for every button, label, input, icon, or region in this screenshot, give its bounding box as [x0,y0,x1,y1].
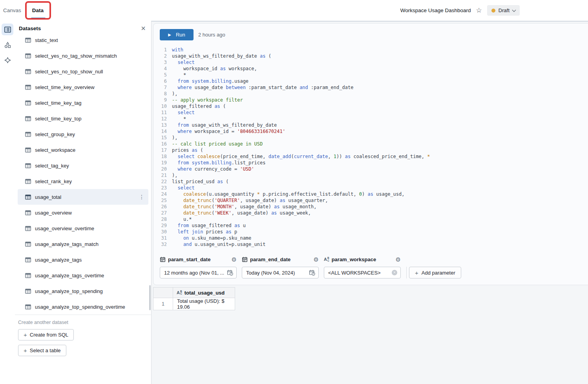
parameter-label-row: param_start_date⚙ [160,256,237,263]
close-panel-icon[interactable]: × [141,24,146,32]
table-icon [25,257,31,263]
code-line: 28 u.* [153,216,588,222]
parameter-value: 12 months ago (Nov 01, ... [164,270,225,276]
parameter-input-param_end_date[interactable]: Today (Nov 04, 2024) [242,267,319,278]
line-number: 12 [153,116,172,122]
dashboard-title[interactable]: Workspace Usage Dashboard [400,7,471,13]
dataset-item[interactable]: usage_analyze_top_spending [18,283,148,299]
dataset-item-label: usage_analyze_tags [35,257,82,263]
line-number: 32 [153,241,172,248]
select-a-table-button[interactable]: + Select a table [18,345,66,356]
table-icon [25,53,31,59]
sql-code-editor[interactable]: 1with2usage_with_ws_filtered_by_date as … [153,47,588,248]
calendar-clock-icon[interactable] [309,269,315,276]
add-parameter-button[interactable]: +Add parameter [409,267,461,278]
line-number: 5 [153,72,172,78]
row-number-cell: 1 [153,298,173,310]
dataset-item[interactable]: static_text [18,32,148,48]
dataset-item[interactable]: select_workspace [18,142,148,158]
dataset-item[interactable]: usage_analyze_tags_overtime [18,268,148,283]
dataset-item-label: select_time_key_overview [35,84,95,90]
dataset-item[interactable]: usage_analyze_tags [18,252,148,268]
active-tab-underline [31,18,46,19]
plus-icon: + [24,347,27,354]
kebab-menu-icon[interactable]: ⋮ [139,194,144,200]
gear-icon[interactable]: ⚙ [396,257,401,262]
dataset-item[interactable]: usage_overview_overtime [18,220,148,236]
dataset-item[interactable]: usage_overview [18,205,148,220]
gear-icon[interactable]: ⚙ [314,257,319,262]
editor-toolbar: ▶ Run 2 hours ago [153,24,588,40]
tab-canvas[interactable]: Canvas [3,0,21,21]
chevron-down-icon [512,8,516,12]
create-from-sql-button[interactable]: + Create from SQL [18,329,74,340]
dataset-item[interactable]: select_yes_no_top_show_null [18,64,148,79]
table-icon [25,68,31,75]
parameter-input-param_workspace[interactable]: <ALL WORKSPACES>× [324,267,401,278]
sql-editor-card: ▶ Run 2 hours ago 1with2usage_with_ws_fi… [153,23,588,285]
top-bar-right: Workspace Usage Dashboard ☆ Draft [400,5,520,16]
tab-data[interactable]: Data [32,0,44,21]
draft-status-dot-icon [491,9,495,13]
dataset-item-label: usage_analyze_top_spending [35,288,103,294]
table-icon [25,178,31,185]
code-line: 27 date_trunc('WEEK', usage_date) as usa… [153,210,588,216]
dashboard-editor-app: Canvas Data Workspace Usage Dashboard ☆ … [0,0,588,384]
panel-scrollbar[interactable] [149,285,151,310]
line-number: 27 [153,210,172,216]
dataset-item[interactable]: select_time_key_top [18,111,148,126]
dataset-item[interactable]: select_time_key_overview [18,79,148,95]
dataset-item-label: select_rank_key [35,178,72,184]
line-number: 29 [153,222,172,229]
line-number: 11 [153,109,172,116]
table-icon [25,37,31,44]
dataset-item-label: select_tag_key [35,163,69,169]
code-line: 14 where workspace_id = '804663316670241… [153,128,588,135]
datasets-panel-header: Datasets × [15,21,151,32]
dataset-item-label: usage_analyze_tags_overtime [35,273,104,278]
code-line: 3 select [153,59,588,66]
rail-diagram-button[interactable] [2,39,13,51]
code-line: 11 select [153,109,588,116]
clear-value-icon[interactable]: × [392,270,397,275]
gear-icon[interactable]: ⚙ [232,257,237,262]
dataset-item[interactable]: select_yes_no_tag_show_mismatch [18,48,148,64]
dataset-item-label: select_time_key_tag [35,100,82,106]
code-line: 10usage_filtered as ( [153,103,588,109]
run-button[interactable]: ▶ Run [160,29,194,40]
dataset-item[interactable]: select_rank_key [18,173,148,189]
code-line: 22list_priced_usd as ( [153,178,588,185]
results-header-row: ABCtotal_usage_usd [153,288,235,298]
content-area: Datasets × static_textselect_yes_no_tag_… [0,21,588,384]
calendar-clock-icon[interactable] [227,269,233,276]
string-type-icon: ABC [177,290,182,295]
code-text: left join prices as p [172,229,237,235]
code-line: 2usage_with_ws_filtered_by_date as ( [153,53,588,59]
line-number: 4 [153,66,172,72]
code-text: from system.billing.usage [172,78,248,84]
dataset-item[interactable]: usage_total⋮ [18,189,148,205]
line-number: 13 [153,122,172,128]
favorite-star-icon[interactable]: ☆ [476,7,482,14]
dataset-item[interactable]: usage_analyze_top_spending_overtime [18,299,148,315]
column-header: ABCtotal_usage_usd [173,288,235,298]
dataset-item[interactable]: select_tag_key [18,158,148,173]
plus-icon: + [415,269,418,276]
rail-datasets-button[interactable] [2,24,13,35]
parameter-name: param_workspace [332,257,376,262]
select-a-table-label: Select a table [30,348,61,353]
publish-status-dropdown[interactable]: Draft [487,5,520,16]
code-line: 13 from usage_with_ws_filtered_by_date [153,122,588,128]
dataset-item[interactable]: usage_analyze_tags_match [18,236,148,252]
line-number: 6 [153,78,172,84]
column-header-label: total_usage_usd [184,290,225,296]
line-number: 28 [153,216,172,222]
dataset-item-label: select_yes_no_top_show_null [35,69,103,75]
parameter-input-param_start_date[interactable]: 12 months ago (Nov 01, ... [160,267,237,278]
code-line: 6 from system.billing.usage [153,78,588,84]
dataset-item[interactable]: select_time_key_tag [18,95,148,111]
rail-assistant-button[interactable] [2,54,13,66]
dataset-item[interactable]: select_group_key [18,126,148,142]
plus-icon: + [24,331,27,338]
dataset-item-label: usage_analyze_tags_match [35,241,99,247]
